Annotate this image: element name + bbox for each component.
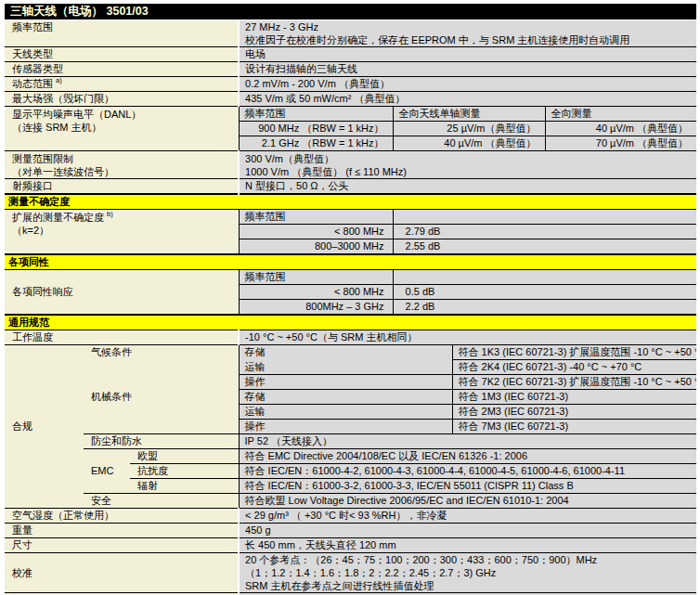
emc-label: EMC: [84, 449, 130, 494]
section-isotropy: 各项同性: [5, 254, 696, 270]
section-general-specs: 通用规范: [5, 315, 696, 330]
danl-label-line1: 显示平均噪声电平（DANL）: [12, 108, 239, 121]
row-operating-temp: 工作温度 -10 °C ~ +50 °C（与 SRM 主机相同）: [5, 330, 696, 345]
uncertainty-label-line2: （k=2）: [12, 224, 239, 237]
danl-900-omni: 40 µV/m （典型值）: [545, 122, 696, 136]
row-sensor-type: 传感器类型 设计有扫描轴的三轴天线: [5, 62, 696, 77]
climate-conditions-label: 气候条件: [84, 345, 239, 390]
uncertainty-800-3000-freq: 800–3000 MHz: [239, 239, 393, 255]
range-limit-label: 测量范围限制 （对单一连续波信号）: [5, 151, 239, 179]
mech-operation-label: 操作: [239, 420, 452, 434]
emc-immunity-label: 抗扰度: [130, 464, 239, 479]
calibration-value-line3: SRM 主机在参考点之间进行线性插值处理: [245, 579, 696, 592]
danl-col-header-freq: 频率范围: [239, 107, 393, 122]
sensor-type-value: 设计有扫描轴的三轴天线: [239, 62, 696, 77]
section-measurement-uncertainty: 测量不确定度: [5, 194, 696, 210]
climate-operation-value: 符合 7K2 (IEC 60721-3) 扩展温度范围 -10 °C ~ +50…: [452, 375, 696, 390]
safety-value: 符合欧盟 Low Voltage Directive 2006/95/EC an…: [239, 494, 696, 509]
frequency-range-value-line1: 27 MHz - 3 GHz: [245, 20, 696, 33]
emc-eu-value: 符合 EMC Directive 2004/108/EC 以及 IEC/EN 6…: [239, 449, 696, 464]
isotropy-below800-value: 0.5 dB: [393, 285, 696, 300]
frequency-range-label: 频率范围: [5, 20, 239, 47]
uncertainty-below800-freq: < 800 MHz: [239, 225, 393, 239]
section-header-general: 通用规范: [5, 315, 696, 330]
page-title: 三轴天线（电场） 3501/03: [5, 4, 696, 19]
row-max-field: 最大场强（毁坏门限） 435 V/m 或 50 mW/cm² （典型值）: [5, 92, 696, 107]
danl-2g-single-axis: 40 µV/m （典型值）: [393, 136, 545, 151]
row-antenna-type: 天线类型 电场: [5, 47, 696, 62]
footnote-marker-b: b): [107, 210, 113, 218]
row-uncertainty-header: 扩展的测量不确定度 b) （k=2） 频率范围: [5, 210, 696, 225]
range-limit-value: 300 V/m（典型值） 1000 V/m （典型值） (f ≤ 110 MHz…: [239, 151, 696, 179]
mech-storage-label: 存储: [239, 390, 452, 405]
mech-transport-value: 符合 2M3 (IEC 60721-3): [452, 405, 696, 420]
isotropy-col-header-freq: 频率范围: [239, 270, 393, 285]
isotropy-label: 各项同性响应: [5, 270, 239, 316]
dynamic-range-value: 0.2 mV/m - 200 V/m （典型值）: [239, 77, 696, 92]
uncertainty-label-line1: 扩展的测量不确定度 b): [12, 211, 239, 224]
isotropy-800-3g-freq: 800MHz – 3 GHz: [239, 300, 393, 316]
emc-emission-value: 符合 IEC/EN：61000-3-2, 61000-3-3, IEC/EN 5…: [239, 479, 696, 494]
footnote-marker-a: a): [56, 77, 62, 85]
uncertainty-800-3000-value: 2.55 dB: [393, 239, 696, 255]
dimensions-label: 尺寸: [5, 538, 239, 553]
row-humidity: 空气湿度（正常使用） < 29 g/m³ （ +30 °C 时< 93 %RH）…: [5, 509, 696, 524]
operating-temp-label: 工作温度: [5, 330, 239, 345]
danl-2g-omni: 70 µV/m （典型值）: [545, 136, 696, 151]
dimensions-value: 长 450 mm，天线头直径 120 mm: [239, 538, 696, 553]
row-compliance-emc-eu: EMC 欧盟 符合 EMC Directive 2004/108/EC 以及 I…: [5, 449, 696, 464]
spec-table: 频率范围 27 MHz - 3 GHz 校准因子在校准时分别确定，保存在 EEP…: [5, 20, 696, 595]
uncertainty-label: 扩展的测量不确定度 b) （k=2）: [5, 210, 239, 255]
operating-temp-value: -10 °C ~ +50 °C（与 SRM 主机相同）: [239, 330, 696, 345]
row-danl-header: 显示平均噪声电平（DANL） （连接 SRM 主机） 频率范围 全向天线单轴测量…: [5, 107, 696, 122]
range-limit-value-line2: 1000 V/m （典型值） (f ≤ 110 MHz): [245, 165, 696, 178]
climate-storage-label: 存储: [239, 345, 452, 360]
weight-value: 450 g: [239, 524, 696, 538]
danl-900-freq: 900 MHz （RBW = 1 kHz）: [239, 122, 393, 136]
safety-label: 安全: [84, 494, 239, 509]
uncertainty-col-header-value: [393, 210, 696, 225]
compliance-label: 合规: [5, 345, 84, 509]
calibration-value: 20 个参考点：（26；45；75；100；200；300；433；600；75…: [239, 553, 696, 593]
frequency-range-value-line2: 校准因子在校准时分别确定，保存在 EEPROM 中，与 SRM 主机连接使用时自…: [245, 33, 696, 46]
humidity-label: 空气湿度（正常使用）: [5, 509, 239, 524]
mech-operation-value: 符合 7M3 (IEC 60721-3): [452, 420, 696, 434]
range-limit-label-line2: （对单一连续波信号）: [12, 165, 238, 178]
climate-operation-label: 操作: [239, 375, 452, 390]
row-calibration: 校准 20 个参考点：（26；45；75；100；200；300；433；600…: [5, 553, 696, 593]
climate-transport-value: 符合 2K4 (IEC 60721-3) -40 °C ~ +70 °C: [452, 360, 696, 375]
calibration-label: 校准: [5, 553, 239, 593]
dynamic-range-label-text: 动态范围: [12, 78, 53, 89]
row-compliance-mech-storage: 机械条件 存储 符合 1M3 (IEC 60721-3): [5, 390, 696, 405]
max-field-value: 435 V/m 或 50 mW/cm² （典型值）: [239, 92, 696, 107]
calibration-value-line1: 20 个参考点：（26；45；75；100；200；300；433；600；75…: [245, 553, 696, 566]
max-field-label: 最大场强（毁坏门限）: [5, 92, 239, 107]
danl-col-header-single-axis: 全向天线单轴测量: [393, 107, 545, 122]
row-rf-port: 射频接口 N 型接口，50 Ω，公头: [5, 179, 696, 195]
rf-port-value: N 型接口，50 Ω，公头: [239, 179, 696, 195]
climate-transport-label: 运输: [239, 360, 452, 375]
isotropy-col-header-value: [393, 270, 696, 285]
sensor-type-label: 传感器类型: [5, 62, 239, 77]
ip-protection-label: 防尘和防水: [84, 434, 239, 449]
row-frequency-range: 频率范围 27 MHz - 3 GHz 校准因子在校准时分别确定，保存在 EEP…: [5, 20, 696, 47]
mech-transport-label: 运输: [239, 405, 452, 420]
section-header-isotropy: 各项同性: [5, 254, 696, 270]
rf-port-label: 射频接口: [5, 179, 239, 195]
uncertainty-label-text: 扩展的测量不确定度: [12, 212, 104, 223]
mech-storage-value: 符合 1M3 (IEC 60721-3): [452, 390, 696, 405]
weight-label: 重量: [5, 524, 239, 538]
isotropy-below800-freq: < 800 MHz: [239, 285, 393, 300]
uncertainty-col-header-freq: 频率范围: [239, 210, 393, 225]
humidity-value: < 29 g/m³ （ +30 °C 时< 93 %RH），非冷凝: [239, 509, 696, 524]
antenna-type-label: 天线类型: [5, 47, 239, 62]
dynamic-range-label: 动态范围 a): [5, 77, 239, 92]
danl-label: 显示平均噪声电平（DANL） （连接 SRM 主机）: [5, 107, 239, 151]
danl-900-single-axis: 25 µV/m（典型值）: [393, 122, 545, 136]
isotropy-800-3g-value: 2.2 dB: [393, 300, 696, 316]
datasheet-page: 三轴天线（电场） 3501/03 频率范围 27 MHz - 3 GHz 校准因…: [0, 0, 700, 595]
climate-storage-value: 符合 1K3 (IEC 60721-3) 扩展温度范围 -10 °C ~ +50…: [452, 345, 696, 360]
row-dimensions: 尺寸 长 450 mm，天线头直径 120 mm: [5, 538, 696, 553]
danl-col-header-omni: 全向测量: [545, 107, 696, 122]
row-compliance-safety: 安全 符合欧盟 Low Voltage Directive 2006/95/EC…: [5, 494, 696, 509]
